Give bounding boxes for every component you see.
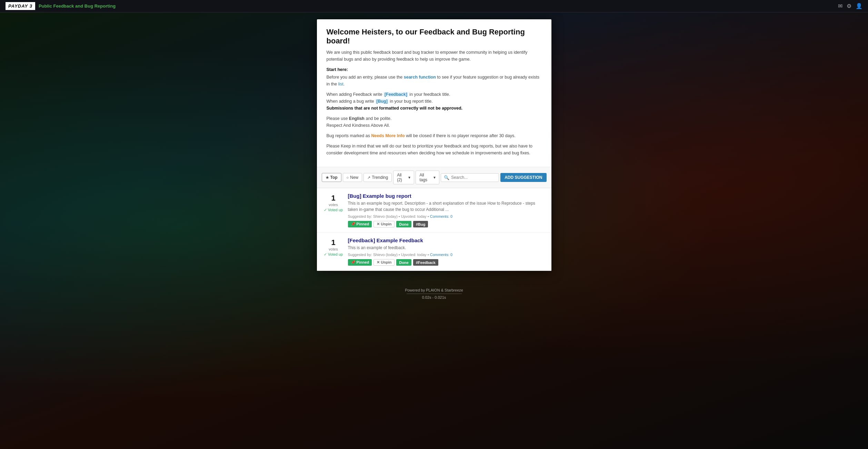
table-row: 1 votes ✓ Voted up [Feedback] Example Fe…: [317, 233, 551, 271]
tag-pinned-2[interactable]: 📌 Pinned: [348, 259, 372, 266]
vote-column-2: 1 votes ✓ Voted up: [323, 237, 344, 257]
needs-more-info-badge: Needs More Info: [371, 133, 405, 138]
user-icon[interactable]: 👤: [856, 3, 862, 9]
item-content-1: [Bug] Example bug report This is an exam…: [344, 193, 545, 227]
vote-count-2: 1: [331, 239, 335, 246]
start-here-label: Start here:: [327, 66, 542, 73]
filter-new-btn[interactable]: ○ New: [343, 173, 362, 182]
filter-trending-label: Trending: [372, 175, 388, 180]
needs-more-info-note: Bug reports marked as Needs More Info wi…: [327, 132, 542, 139]
filter-tags-dropdown[interactable]: All tags ▾: [416, 171, 439, 184]
filter-top-btn[interactable]: ★ Top: [322, 173, 341, 182]
vote-count-1: 1: [331, 194, 335, 202]
welcome-section: Welcome Heisters, to our Feedback and Bu…: [317, 19, 551, 167]
bug-tag: [Bug]: [375, 99, 389, 104]
logo-payday: PAYDAY 3: [6, 2, 35, 10]
envelope-icon[interactable]: ✉: [838, 3, 842, 9]
format-warning: Submissions that are not formatted corre…: [327, 106, 463, 111]
item-tags-1: 📌 Pinned ✕ Unpin Done #Bug: [348, 221, 545, 227]
add-suggestion-button[interactable]: ADD SUGGESTION: [500, 173, 546, 182]
tag-bug-1[interactable]: #Bug: [413, 221, 428, 227]
comments-link-2[interactable]: Comments: 0: [430, 253, 452, 257]
welcome-intro: We are using this public feedback board …: [327, 49, 542, 63]
search-box[interactable]: 🔍: [441, 173, 499, 182]
page-footer: Powered by PLAION & Starbreeze 0.02s - 0…: [0, 285, 868, 303]
item-desc-2: This is an example of feedback.: [348, 245, 545, 251]
kindness-note: Respect And Kindness Above All.: [327, 123, 390, 128]
vote-column-1: 1 votes ✓ Voted up: [323, 193, 344, 212]
filter-bar: ★ Top ○ New ↗ Trending All (2) ▾ All tag…: [317, 167, 551, 188]
item-title-2[interactable]: [Feedback] Example Feedback: [348, 237, 545, 243]
votes-label-1: votes: [329, 203, 338, 207]
circle-icon: ○: [347, 175, 349, 180]
table-row: 1 votes ✓ Voted up [Bug] Example bug rep…: [317, 188, 551, 233]
tag-done-2[interactable]: Done: [396, 259, 411, 266]
list-link[interactable]: list: [338, 82, 343, 86]
content-panel: Welcome Heisters, to our Feedback and Bu…: [317, 19, 551, 271]
tag-pinned-1[interactable]: 📌 Pinned: [348, 221, 372, 227]
search-function-link[interactable]: search function: [404, 75, 436, 80]
tags-chevron-icon: ▾: [433, 175, 436, 180]
welcome-title: Welcome Heisters, to our Feedback and Bu…: [327, 28, 542, 45]
search-icon: 🔍: [444, 175, 449, 180]
item-meta-2: Suggested by: Shievo (today) • Upvoted: …: [348, 253, 545, 257]
footer-divider: [407, 294, 462, 294]
site-title: Public Feedback and Bug Reporting: [39, 3, 116, 9]
star-icon: ★: [326, 175, 329, 180]
item-desc-1: This is an example bug report. Descripti…: [348, 200, 545, 213]
tag-unpin-2[interactable]: ✕ Unpin: [373, 259, 395, 266]
item-tags-2: 📌 Pinned ✕ Unpin Done #Feedback: [348, 259, 545, 266]
navbar-logo: PAYDAY 3 Public Feedback and Bug Reporti…: [6, 2, 116, 10]
page-wrapper: Welcome Heisters, to our Feedback and Bu…: [0, 12, 868, 285]
item-content-2: [Feedback] Example Feedback This is an e…: [344, 237, 545, 266]
filter-top-label: Top: [330, 175, 338, 180]
voted-up-indicator-1: ✓ Voted up: [324, 208, 343, 212]
feedback-tip: When adding Feedback write [Feedback] in…: [327, 91, 542, 112]
voted-up-indicator-2: ✓ Voted up: [324, 252, 343, 257]
gear-icon[interactable]: ⚙: [847, 3, 851, 9]
items-list: 1 votes ✓ Voted up [Bug] Example bug rep…: [317, 188, 551, 271]
item-title-1[interactable]: [Bug] Example bug report: [348, 193, 545, 199]
tag-done-1[interactable]: Done: [396, 221, 411, 227]
filter-all-label: All (2): [397, 173, 407, 182]
welcome-body: We are using this public feedback board …: [327, 49, 542, 156]
welcome-start-here: Start here: Before you add an entry, ple…: [327, 66, 542, 88]
tag-unpin-1[interactable]: ✕ Unpin: [373, 221, 395, 227]
comments-link-1[interactable]: Comments: 0: [430, 214, 452, 218]
item-meta-1: Suggested by: Shievo (today) • Upvoted: …: [348, 214, 545, 218]
votes-label-2: votes: [329, 247, 338, 251]
chevron-down-icon: ▾: [408, 175, 410, 180]
filter-new-label: New: [350, 175, 358, 180]
priority-note: Please Keep in mind that we will do our …: [327, 143, 542, 156]
english-text: English: [349, 116, 365, 121]
feedback-tag: [Feedback]: [383, 92, 408, 97]
tag-feedback-2[interactable]: #Feedback: [413, 259, 438, 266]
powered-by-text: Powered by PLAION & Starbreeze: [405, 288, 463, 292]
language-note: Please use English and be polite. Respec…: [327, 115, 542, 129]
navbar: PAYDAY 3 Public Feedback and Bug Reporti…: [0, 0, 868, 12]
timing-text: 0.02s - 0.021s: [422, 295, 446, 299]
search-input[interactable]: [451, 175, 496, 180]
navbar-icons: ✉ ⚙ 👤: [838, 3, 862, 9]
trending-icon: ↗: [367, 175, 370, 180]
filter-trending-btn[interactable]: ↗ Trending: [363, 173, 392, 182]
filter-tags-label: All tags: [419, 173, 432, 182]
filter-all-dropdown[interactable]: All (2) ▾: [393, 171, 414, 184]
